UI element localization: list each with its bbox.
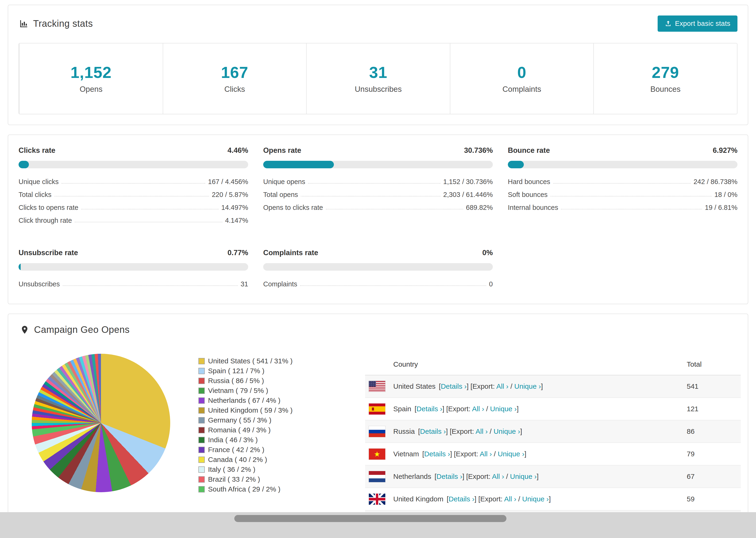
rate-row-label: Unsubscribes — [19, 280, 60, 288]
export-unique-link[interactable]: Unique › — [514, 382, 541, 390]
legend-item[interactable]: Spain ( 121 / 7% ) — [198, 366, 306, 376]
country-flag-icon — [369, 449, 385, 459]
dotted-leader — [326, 209, 463, 209]
country-total: 541 — [687, 382, 741, 390]
export-unique-link[interactable]: Unique › — [522, 495, 549, 503]
horizontal-scrollbar-thumb[interactable] — [234, 515, 507, 522]
rate-row-value: 18 / 0% — [715, 191, 737, 198]
stat-label: Clicks — [166, 85, 304, 94]
rate-row-value: 689.82% — [466, 204, 493, 211]
details-link[interactable]: Details › — [436, 472, 462, 480]
legend-item[interactable]: Germany ( 55 / 3% ) — [198, 415, 306, 425]
legend-item[interactable]: Brazil ( 33 / 2% ) — [198, 474, 306, 484]
geo-legend: United States ( 541 / 31% ) Spain ( 121 … — [198, 356, 306, 494]
rate-block-clicks: Clicks rate 4.46% Unique clicks 167 / 4.… — [19, 146, 248, 227]
rates-grid: Clicks rate 4.46% Unique clicks 167 / 4.… — [19, 146, 737, 291]
horizontal-scrollbar-track[interactable] — [0, 512, 756, 538]
details-link[interactable]: Details › — [420, 427, 446, 435]
export-label: Export: — [480, 495, 503, 503]
export-basic-stats-button[interactable]: Export basic stats — [658, 16, 737, 32]
legend-swatch — [198, 417, 205, 423]
legend-item[interactable]: France ( 42 / 2% ) — [198, 445, 306, 455]
total-column-header: Total — [687, 360, 741, 368]
rate-block-complaints: Complaints rate 0% Complaints 0 — [263, 248, 493, 291]
rate-row: Soft bounces 18 / 0% — [508, 188, 737, 201]
rate-row-label: Unique clicks — [19, 178, 59, 186]
details-link[interactable]: Details › — [424, 450, 450, 458]
legend-item[interactable]: United Kingdom ( 59 / 3% ) — [198, 405, 306, 415]
unsubscribe-rate-bar-fill — [19, 263, 21, 271]
country-total: 67 — [687, 472, 741, 480]
rate-row: Unsubscribes 31 — [19, 278, 248, 291]
country-name: United Kingdom — [393, 495, 443, 503]
legend-label: Romania ( 49 / 3% ) — [208, 426, 271, 434]
geo-table: Country Total United States [Details ›] … — [365, 354, 741, 512]
legend-swatch — [198, 447, 205, 453]
stat-box: 279 Bounces — [593, 43, 737, 114]
complaints-rate-value: 0% — [482, 248, 493, 257]
rate-block-unsubscribe: Unsubscribe rate 0.77% Unsubscribes 31 — [19, 248, 248, 291]
rate-row-label: Click through rate — [19, 217, 72, 224]
rate-row-value: 4.147% — [225, 217, 248, 224]
geo-table-row: Russia [Details ›] [Export: All › / Uniq… — [365, 420, 741, 443]
stat-value: 0 — [453, 63, 591, 81]
export-all-link[interactable]: All › — [476, 427, 488, 435]
rate-row-value: 167 / 4.456% — [208, 178, 248, 186]
legend-label: Italy ( 36 / 2% ) — [208, 465, 255, 473]
country-name: Spain — [393, 405, 411, 413]
dotted-leader — [550, 196, 711, 196]
tracking-stats-card: Tracking stats Export basic stats 1,152 … — [8, 5, 748, 125]
export-unique-link[interactable]: Unique › — [490, 405, 516, 413]
campaign-geo-opens-card: Campaign Geo Opens United States ( 541 /… — [8, 314, 748, 512]
legend-swatch — [198, 466, 205, 473]
rate-row-value: 220 / 5.87% — [212, 191, 248, 198]
export-all-link[interactable]: All › — [504, 495, 516, 503]
country-flag-icon — [369, 381, 385, 392]
legend-item[interactable]: Italy ( 36 / 2% ) — [198, 464, 306, 474]
legend-label: India ( 46 / 3% ) — [208, 436, 258, 444]
dotted-leader — [308, 183, 441, 184]
stat-label: Complaints — [453, 85, 591, 94]
export-all-link[interactable]: All › — [496, 382, 509, 390]
rate-row: Unique clicks 167 / 4.456% — [19, 175, 248, 188]
country-total: 79 — [687, 450, 741, 458]
tracking-stats-title: Tracking stats — [33, 18, 93, 29]
details-link[interactable]: Details › — [441, 382, 466, 390]
details-link[interactable]: Details › — [449, 495, 474, 503]
export-all-link[interactable]: All › — [480, 450, 492, 458]
legend-item[interactable]: Canada ( 40 / 2% ) — [198, 455, 306, 464]
legend-item[interactable]: Vietnam ( 79 / 5% ) — [198, 386, 306, 396]
legend-item[interactable]: Netherlands ( 67 / 4% ) — [198, 396, 306, 405]
legend-item[interactable]: India ( 46 / 3% ) — [198, 435, 306, 445]
opens-rate-bar-fill — [263, 161, 334, 168]
rate-row: Hard bounces 242 / 86.738% — [508, 175, 737, 188]
unsubscribe-rate-bar — [19, 263, 248, 271]
rate-row-value: 1,152 / 30.736% — [443, 178, 493, 186]
export-all-link[interactable]: All › — [472, 405, 484, 413]
rate-row-label: Clicks to opens rate — [19, 204, 79, 211]
details-link[interactable]: Details › — [416, 405, 442, 413]
export-all-link[interactable]: All › — [492, 472, 504, 480]
legend-item[interactable]: Romania ( 49 / 3% ) — [198, 425, 306, 435]
legend-item[interactable]: United States ( 541 / 31% ) — [198, 356, 306, 366]
export-unique-link[interactable]: Unique › — [498, 450, 524, 458]
geo-table-row: Germany [Details ›] [Export: All › / Uni… — [365, 511, 741, 512]
legend-item[interactable]: South Africa ( 29 / 2% ) — [198, 484, 306, 494]
dotted-leader — [63, 286, 238, 286]
export-unique-link[interactable]: Unique › — [494, 427, 520, 435]
tracking-stats-header: Tracking stats Export basic stats — [8, 5, 748, 32]
rate-row: Total clicks 220 / 5.87% — [19, 188, 248, 201]
country-total: 86 — [687, 427, 741, 435]
geo-table-row: Netherlands [Details ›] [Export: All › /… — [365, 465, 741, 488]
rate-row: Unique opens 1,152 / 30.736% — [263, 175, 493, 188]
rate-row: Clicks to opens rate 14.497% — [19, 201, 248, 214]
country-name: Russia — [393, 427, 415, 435]
export-unique-link[interactable]: Unique › — [510, 472, 536, 480]
geo-body: United States ( 541 / 31% ) Spain ( 121 … — [8, 344, 748, 512]
legend-swatch — [198, 486, 205, 493]
legend-item[interactable]: Russia ( 86 / 5% ) — [198, 376, 306, 386]
export-label: Export: — [468, 472, 490, 480]
clicks-rate-title: Clicks rate — [19, 146, 55, 155]
country-total: 59 — [687, 495, 741, 503]
legend-swatch — [198, 457, 205, 463]
